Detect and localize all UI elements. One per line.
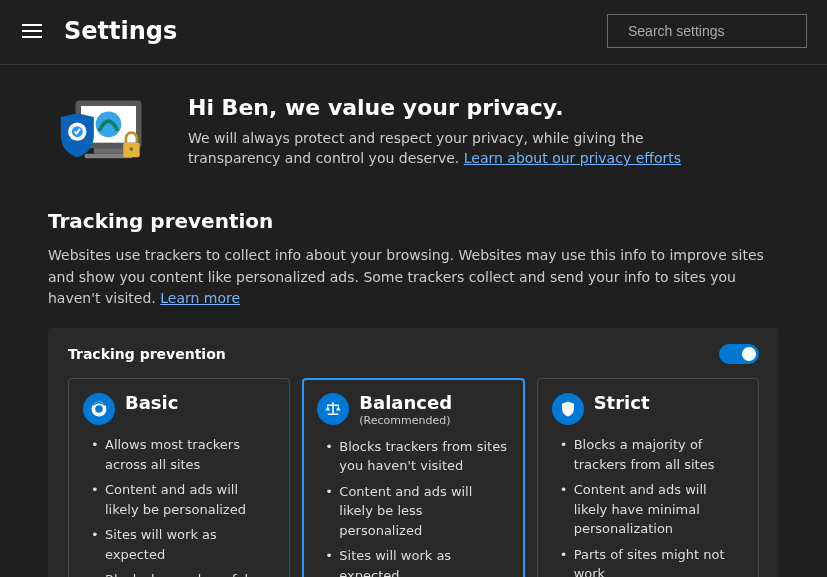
svg-rect-4 [94, 148, 123, 154]
tracking-desc-text: Websites use trackers to collect info ab… [48, 247, 764, 306]
card-title-box: Strict [594, 393, 650, 414]
card-bullet: Sites will work as expected [325, 546, 507, 577]
card-bullet: Content and ads will likely have minimal… [560, 480, 742, 539]
tracking-learn-more-link[interactable]: Learn more [160, 290, 240, 306]
svg-rect-15 [327, 405, 339, 407]
svg-rect-14 [328, 414, 339, 416]
svg-point-10 [130, 147, 134, 151]
card-title: Basic [125, 393, 178, 414]
card-bullet: Sites will work as expected [91, 525, 273, 564]
content-area: Hi Ben, we value your privacy. We will a… [0, 65, 827, 577]
card-bullet: Parts of sites might not work [560, 545, 742, 577]
card-title-box: Balanced(Recommended) [359, 393, 452, 427]
card-head: Balanced(Recommended) [317, 393, 507, 427]
svg-point-12 [95, 405, 103, 413]
tracking-section-desc: Websites use trackers to collect info ab… [48, 245, 779, 310]
search-box[interactable] [607, 14, 807, 48]
card-bullet: Content and ads will likely be less pers… [325, 482, 507, 541]
svg-point-6 [96, 112, 122, 138]
tracking-panel: Tracking prevention BasicAllows most tra… [48, 328, 779, 577]
card-head: Strict [552, 393, 742, 425]
tracking-panel-head: Tracking prevention [68, 344, 759, 364]
page-title: Settings [64, 17, 177, 45]
card-subtitle: (Recommended) [359, 414, 452, 427]
intro-body: We will always protect and respect your … [188, 128, 708, 169]
tracking-card-basic[interactable]: BasicAllows most trackers across all sit… [68, 378, 290, 577]
tracking-toggle[interactable] [719, 344, 759, 364]
tracking-cards: BasicAllows most trackers across all sit… [68, 378, 759, 577]
app-header: Settings [0, 0, 827, 65]
scale-icon [317, 393, 349, 425]
tracking-toggle-label: Tracking prevention [68, 346, 226, 362]
card-bullet: Allows most trackers across all sites [91, 435, 273, 474]
tracking-card-strict[interactable]: StrictBlocks a majority of trackers from… [537, 378, 759, 577]
toggle-knob [742, 347, 756, 361]
search-input[interactable] [628, 23, 803, 39]
card-head: Basic [83, 393, 273, 425]
card-title: Balanced [359, 393, 452, 414]
privacy-efforts-link[interactable]: Learn about our privacy efforts [464, 150, 681, 166]
card-bullets: Blocks a majority of trackers from all s… [552, 435, 742, 577]
intro-block: Hi Ben, we value your privacy. We will a… [48, 95, 779, 175]
privacy-illustration [48, 95, 158, 175]
shield-icon [552, 393, 584, 425]
card-bullet: Blocks trackers from sites you haven't v… [325, 437, 507, 476]
eye-icon [83, 393, 115, 425]
card-bullet: Blocks a majority of trackers from all s… [560, 435, 742, 474]
card-bullets: Allows most trackers across all sitesCon… [83, 435, 273, 577]
card-bullet: Content and ads will likely be personali… [91, 480, 273, 519]
intro-heading: Hi Ben, we value your privacy. [188, 95, 708, 120]
svg-rect-13 [333, 402, 335, 413]
tracking-section-title: Tracking prevention [48, 209, 779, 233]
card-title: Strict [594, 393, 650, 414]
card-bullets: Blocks trackers from sites you haven't v… [317, 437, 507, 577]
tracking-card-balanced[interactable]: Balanced(Recommended)Blocks trackers fro… [302, 378, 524, 577]
hamburger-icon[interactable] [22, 21, 42, 41]
card-bullet: Blocks known harmful trackers [91, 570, 273, 577]
card-title-box: Basic [125, 393, 178, 414]
